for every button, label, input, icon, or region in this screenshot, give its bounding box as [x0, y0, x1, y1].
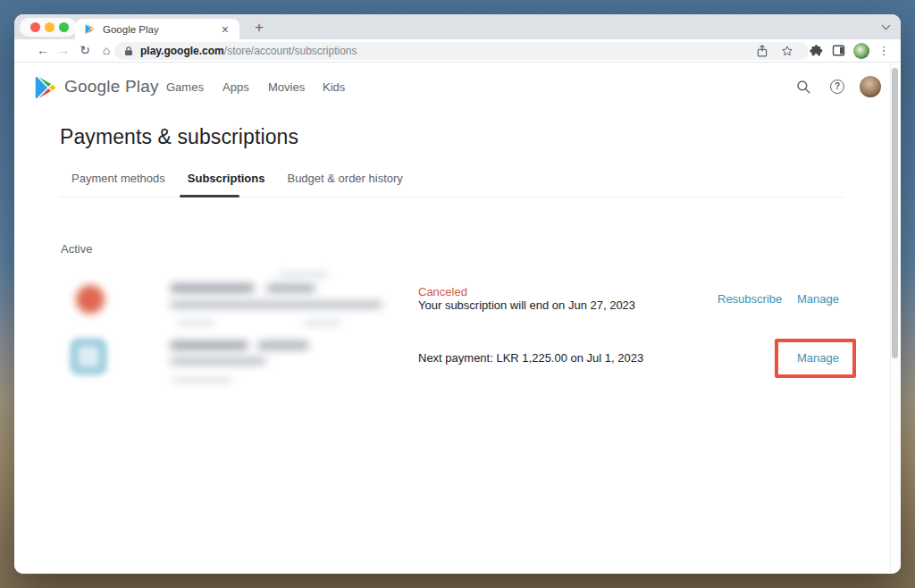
subscription-detail: Next payment: LKR 1,225.00 on Jul 1, 202… — [418, 351, 643, 365]
scrollbar-thumb[interactable] — [892, 68, 898, 358]
tabs-divider — [60, 197, 844, 197]
side-panel-icon[interactable] — [832, 44, 845, 57]
search-icon[interactable] — [795, 79, 811, 95]
reload-button[interactable]: ↻ — [77, 39, 93, 62]
active-tab-indicator — [180, 195, 239, 197]
subscription-title-blurred — [170, 340, 309, 350]
nav-kids[interactable]: Kids — [323, 80, 345, 94]
subscription-subtitle-blurred — [170, 357, 266, 365]
minimize-window-button[interactable] — [45, 22, 55, 32]
subscription-title-blurred — [170, 283, 315, 293]
page-title: Payments & subscriptions — [60, 125, 298, 149]
tab-strip: Google Play × + — [14, 14, 901, 39]
address-bar[interactable]: play.google.com/store/account/subscripti… — [114, 42, 809, 60]
resubscribe-link[interactable]: Resubscribe — [718, 292, 782, 306]
manage-link-row1[interactable]: Manage — [797, 292, 839, 306]
url-text: play.google.com/store/account/subscripti… — [140, 42, 357, 60]
subscription-subtitle-blurred — [170, 300, 382, 309]
traffic-light-group — [20, 18, 77, 37]
google-play-favicon — [84, 23, 96, 35]
new-tab-button[interactable]: + — [248, 18, 270, 38]
subscription-status: Canceled — [418, 285, 467, 298]
tab-title: Google Play — [103, 24, 220, 35]
close-window-button[interactable] — [30, 22, 40, 32]
desktop: { "colors": { "highlight_box": "#e8533c"… — [0, 0, 915, 588]
extensions-puzzle-icon[interactable] — [810, 44, 823, 57]
google-play-logo-icon[interactable] — [32, 74, 59, 101]
tab-payment-methods[interactable]: Payment methods — [71, 172, 165, 185]
tab-budget-order-history[interactable]: Budget & order history — [287, 172, 402, 185]
url-domain: play.google.com — [140, 45, 224, 57]
subscription-app-icon-blurred — [76, 285, 105, 314]
lock-icon[interactable] — [124, 46, 133, 56]
account-tabs: Payment methods Subscriptions Budget & o… — [71, 172, 403, 185]
account-avatar[interactable] — [860, 76, 881, 97]
subscription-detail: Your subscription will end on Jun 27, 20… — [418, 298, 635, 312]
zoom-window-button[interactable] — [59, 22, 69, 32]
tab-close-icon[interactable]: × — [220, 23, 231, 36]
annotation-highlight-box — [775, 339, 856, 378]
nav-apps[interactable]: Apps — [222, 80, 249, 94]
help-icon[interactable]: ? — [830, 80, 844, 94]
tab-subscriptions[interactable]: Subscriptions — [188, 172, 265, 185]
nav-games[interactable]: Games — [166, 80, 204, 94]
browser-tab[interactable]: Google Play × — [75, 19, 239, 39]
back-button[interactable]: ← — [35, 39, 51, 62]
page-content: Google Play Games Apps Movies Kids ? Pay… — [14, 63, 890, 574]
browser-profile-avatar[interactable] — [853, 43, 869, 59]
url-path: /store/account/subscriptions — [224, 45, 357, 57]
bookmark-star-icon[interactable] — [781, 45, 793, 57]
browser-menu-icon[interactable]: ⋮ — [877, 39, 890, 62]
subscription-app-icon-blurred — [70, 338, 107, 375]
google-play-wordmark[interactable]: Google Play — [64, 77, 159, 97]
nav-movies[interactable]: Movies — [268, 80, 305, 94]
share-icon[interactable] — [757, 45, 768, 57]
tab-search-chevron-icon[interactable] — [882, 21, 891, 30]
browser-toolbar: ← → ↻ ⌂ play.google.com/store/account/su… — [14, 39, 901, 63]
section-label-active: Active — [61, 242, 92, 256]
home-button[interactable]: ⌂ — [98, 39, 114, 62]
forward-button[interactable]: → — [55, 39, 71, 62]
browser-window: Google Play × + ← → ↻ ⌂ play.google.com/… — [14, 14, 901, 574]
